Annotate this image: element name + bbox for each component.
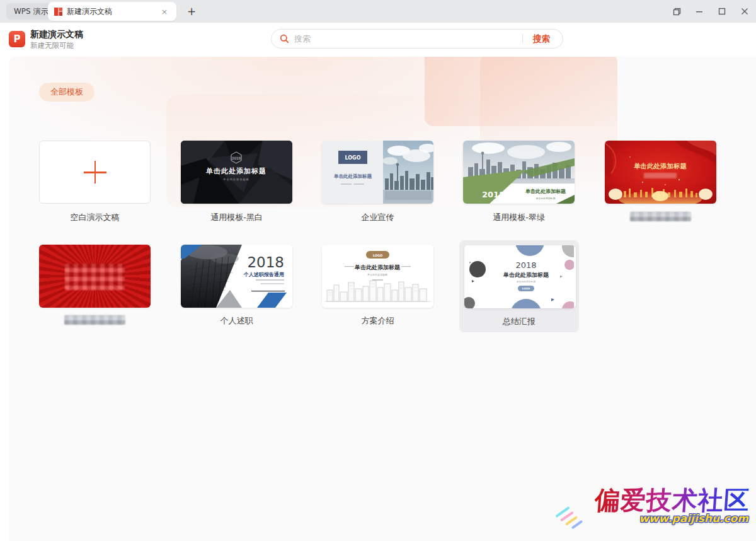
wps-home-label: WPS 演示 — [14, 6, 49, 17]
watermark-dash — [560, 511, 574, 521]
wps-document-icon — [54, 8, 62, 16]
plus-icon — [84, 161, 106, 183]
svg-text:2018: 2018 — [247, 254, 284, 270]
minimize-icon[interactable] — [688, 0, 711, 23]
all-templates-filter[interactable]: 全部模板 — [39, 83, 94, 102]
search-box[interactable]: 搜索 — [271, 29, 563, 49]
template-label[interactable]: 总结汇报 — [464, 316, 575, 327]
tab-new-presentation[interactable]: 新建演示文稿 × — [48, 2, 176, 21]
search-input[interactable] — [294, 34, 522, 44]
svg-text:2018: 2018 — [232, 156, 241, 160]
tab-title: 新建演示文稿 — [67, 6, 159, 17]
watermark-dash — [571, 520, 583, 530]
template-card-green[interactable]: 2018 单击此处添加标题 单击此处添加标题 — [463, 141, 575, 204]
site-watermark: 偏爱技术社区 www.paijishu.com — [543, 483, 751, 533]
background-decoration — [425, 57, 617, 126]
page-subtitle: 新建无限可能 — [30, 41, 74, 50]
svg-text:LOGO: LOGO — [373, 253, 383, 257]
template-thumbnail: 2018 单击此处添加标题 单击此处添加标题 LOGO — [464, 245, 574, 308]
template-card-summary[interactable]: 2018 单击此处添加标题 单击此处添加标题 LOGO — [464, 245, 576, 308]
svg-text:LOGO: LOGO — [345, 155, 361, 161]
template-card-personal-report[interactable]: 2018 个人述职报告通用 — [181, 245, 292, 308]
tab-bar: WPS 演示 新建演示文稿 × + — [0, 0, 756, 23]
svg-text:2018: 2018 — [515, 260, 536, 270]
template-card-black-white[interactable]: 2018 单击此处添加标题 单击此处添加标题 — [181, 141, 292, 204]
svg-text:单击此处添加标题: 单击此处添加标题 — [503, 272, 549, 278]
template-label[interactable]: 个人述职 — [181, 315, 292, 327]
svg-text:单击此处添加标题: 单击此处添加标题 — [525, 189, 566, 194]
template-card-corporate[interactable]: LOGO 单击此处添加标题 — [322, 141, 433, 204]
watermark-dash — [565, 516, 578, 526]
page-title: 新建演示文稿 — [30, 29, 83, 40]
censored-thumbnail-text — [65, 264, 125, 290]
presentation-app-icon: P — [9, 31, 25, 47]
censored-template-label[interactable] — [630, 212, 691, 221]
maximize-icon[interactable] — [711, 0, 733, 23]
template-card-summary-selected[interactable]: 2018 单击此处添加标题 单击此处添加标题 LOGO 总结汇报 — [459, 240, 579, 332]
svg-text:单击此处添加标题: 单击此处添加标题 — [333, 173, 372, 179]
page-header: P 新建演示文稿 新建无限可能 搜索 — [0, 23, 756, 57]
template-thumbnail: 2018 个人述职报告通用 — [181, 245, 292, 308]
svg-text:2018: 2018 — [482, 190, 505, 199]
svg-text:单击此处添加标题: 单击此处添加标题 — [354, 264, 401, 270]
watermark-text: 偏爱技术社区 — [593, 483, 751, 518]
svg-text:单击此处添加标题: 单击此处添加标题 — [536, 197, 556, 200]
close-icon[interactable] — [733, 0, 756, 23]
svg-text:单击此处添加标题: 单击此处添加标题 — [517, 280, 536, 283]
search-button[interactable]: 搜索 — [523, 33, 560, 45]
template-label[interactable]: 空白演示文稿 — [39, 212, 151, 223]
window-controls — [665, 0, 756, 23]
censored-template-label[interactable] — [64, 315, 125, 325]
wps-new-presentation-window: WPS 演示 新建演示文稿 × + — [0, 0, 756, 541]
template-card-red-festive[interactable]: 单击此处添加标题 — [605, 141, 716, 204]
watermark-url: www.paijishu.com — [639, 512, 748, 525]
svg-text:单击此处添加标题: 单击此处添加标题 — [206, 167, 266, 175]
template-thumbnail: 2018 单击此处添加标题 单击此处添加标题 — [463, 141, 575, 204]
windows-stack-icon[interactable] — [665, 0, 688, 23]
template-card-blank[interactable] — [39, 141, 151, 204]
template-thumbnail: 2018 单击此处添加标题 单击此处添加标题 — [181, 141, 292, 204]
search-icon — [280, 34, 289, 44]
svg-text:单击此处添加标题: 单击此处添加标题 — [634, 162, 687, 170]
template-label[interactable]: 企业宣传 — [322, 212, 433, 223]
template-card-red-burst[interactable] — [39, 245, 151, 308]
templates-panel: 全部模板 空白演示文稿 2018 单击此处添加标题 单击此处添加标题 — [9, 57, 756, 541]
template-thumbnail: LOGO 单击此处添加标题 单击此处添加标题 — [322, 245, 433, 308]
template-card-plan-intro[interactable]: LOGO 单击此处添加标题 单击此处添加标题 — [322, 245, 433, 308]
template-label[interactable]: 通用模板-黑白 — [181, 212, 292, 223]
template-label[interactable]: 通用模板-翠绿 — [463, 212, 575, 223]
template-label[interactable]: 方案介绍 — [322, 315, 433, 327]
new-tab-button[interactable]: + — [184, 4, 199, 19]
svg-text:LOGO: LOGO — [522, 287, 530, 290]
template-thumbnail: 单击此处添加标题 — [605, 141, 716, 204]
template-thumbnail: LOGO 单击此处添加标题 — [322, 141, 433, 204]
watermark-dash — [555, 506, 570, 518]
svg-text:个人述职报告通用: 个人述职报告通用 — [243, 271, 284, 277]
template-thumbnail — [39, 245, 151, 308]
tab-close-icon[interactable]: × — [159, 7, 170, 16]
